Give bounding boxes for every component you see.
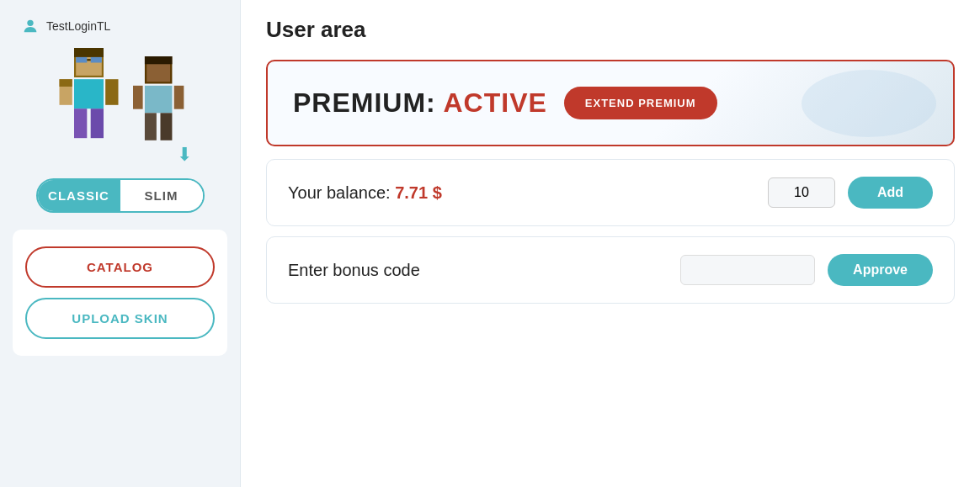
page-title: User area [266, 17, 955, 43]
add-balance-button[interactable]: Add [848, 177, 933, 209]
svg-rect-6 [87, 59, 90, 61]
username: TestLoginTL [46, 19, 110, 33]
catalog-button[interactable]: CATALOG [25, 246, 215, 288]
svg-point-0 [27, 20, 33, 26]
upload-skin-button[interactable]: UPLOAD SKIN [25, 298, 215, 339]
main-content: User area PREMIUM: ACTIVE EXTEND PREMIUM… [240, 0, 980, 487]
classic-toggle-btn[interactable]: CLASSIC [38, 180, 120, 211]
classic-skin [53, 48, 125, 166]
classic-skin-svg [53, 48, 125, 166]
premium-status: ACTIVE [443, 87, 546, 118]
bonus-code-row: Enter bonus code Approve [266, 236, 955, 304]
bonus-code-input[interactable] [680, 255, 815, 285]
skin-type-toggle[interactable]: CLASSIC SLIM [36, 178, 205, 213]
svg-rect-10 [74, 109, 87, 138]
svg-rect-17 [133, 86, 143, 109]
balance-amount: 7.71 $ [395, 183, 442, 202]
bonus-label: Enter bonus code [288, 261, 668, 280]
svg-rect-3 [74, 48, 104, 57]
premium-word: PREMIUM: [293, 87, 443, 118]
svg-rect-5 [90, 57, 101, 63]
extend-premium-button[interactable]: EXTEND PREMIUM [564, 87, 717, 119]
svg-rect-20 [160, 113, 172, 140]
svg-rect-11 [90, 109, 103, 138]
sidebar: TestLoginTL [0, 0, 240, 487]
svg-rect-16 [144, 86, 172, 114]
svg-rect-19 [144, 113, 156, 140]
user-info: TestLoginTL [21, 17, 110, 35]
user-icon [21, 17, 40, 35]
balance-label-text: Your balance: [288, 183, 395, 202]
slim-toggle-btn[interactable]: SLIM [120, 180, 203, 211]
balance-input[interactable] [768, 177, 835, 208]
approve-button[interactable]: Approve [828, 254, 933, 286]
skin-preview: ⬇ [53, 48, 188, 166]
download-icon[interactable]: ⬇ [177, 144, 192, 166]
svg-rect-7 [74, 79, 104, 109]
svg-rect-12 [59, 79, 72, 87]
svg-rect-18 [173, 86, 184, 109]
balance-label: Your balance: 7.71 $ [288, 183, 755, 203]
premium-card: PREMIUM: ACTIVE EXTEND PREMIUM [266, 60, 955, 146]
svg-rect-4 [76, 57, 87, 63]
svg-rect-15 [144, 56, 172, 64]
sidebar-bottom: CATALOG UPLOAD SKIN [13, 230, 227, 356]
balance-row: Your balance: 7.71 $ Add [266, 159, 955, 226]
premium-label: PREMIUM: ACTIVE [293, 87, 547, 119]
svg-rect-9 [105, 79, 118, 105]
